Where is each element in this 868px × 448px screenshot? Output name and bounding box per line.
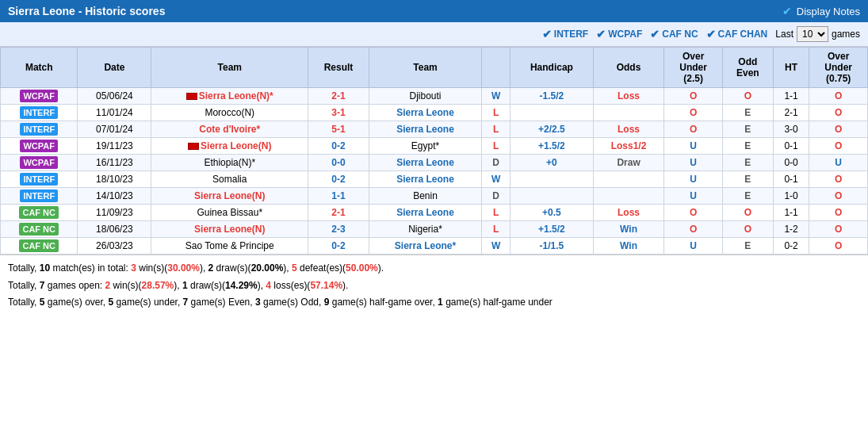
cell-ht: 2-1 (773, 105, 809, 121)
cell-odds: Loss (593, 121, 664, 138)
cell-result: 0-2 (308, 171, 369, 188)
cell-wdl: L (482, 121, 510, 138)
col-odds: Odds (593, 48, 664, 88)
cell-oe: O (722, 205, 773, 221)
match-type-badge: CAF NC (19, 206, 59, 219)
display-notes-label: Display Notes (797, 6, 860, 17)
last-games-select[interactable]: 10 5 15 20 (797, 26, 828, 42)
cell-ht: 1-2 (773, 221, 809, 238)
cell-ou075: O (809, 238, 868, 255)
cell-handicap: -1/1.5 (510, 238, 594, 255)
col-oe: OddEven (722, 48, 773, 88)
match-type-badge: INTERF (20, 106, 58, 119)
cell-team1: Somalia (151, 171, 308, 188)
games-label: games (832, 29, 860, 40)
cell-ou075: O (809, 221, 868, 238)
cell-team1: Guinea Bissau* (151, 205, 308, 221)
cell-ou075: O (809, 205, 868, 221)
cell-handicap: +0.5 (510, 205, 594, 221)
cell-team2: Egypt* (369, 138, 481, 155)
cell-date: 19/11/23 (78, 138, 151, 155)
page-title: Sierra Leone - Historic scores (8, 5, 165, 17)
header: Sierra Leone - Historic scores ✔ Display… (0, 0, 868, 22)
cafnc-check: ✔ (650, 28, 660, 40)
cell-date: 07/01/24 (78, 121, 151, 138)
cell-ou25: O (664, 221, 723, 238)
cell-result: 0-0 (308, 155, 369, 171)
table-row: INTERF 07/01/24 Cote d'Ivoire* 5-1 Sierr… (1, 121, 868, 138)
scores-table: Match Date Team Result Team Handicap Odd… (0, 47, 868, 255)
cell-match-type: CAF NC (1, 238, 78, 255)
cell-match-type: WCPAF (1, 155, 78, 171)
cell-ou25: U (664, 188, 723, 205)
cell-team1: Sierra Leone(N) (151, 221, 308, 238)
table-row: INTERF 18/10/23 Somalia 0-2 Sierra Leone… (1, 171, 868, 188)
cell-team1: Ethiopia(N)* (151, 155, 308, 171)
cell-handicap: -1.5/2 (510, 88, 594, 105)
wcpaf-check: ✔ (596, 28, 606, 40)
interf-check: ✔ (542, 28, 552, 40)
cell-result: 5-1 (308, 121, 369, 138)
filter-interf[interactable]: ✔ INTERF (542, 28, 588, 40)
cell-result: 0-2 (308, 138, 369, 155)
col-ou25: OverUnder(2.5) (664, 48, 723, 88)
cafchan-label: CAF CHAN (718, 29, 768, 40)
cell-handicap: +0 (510, 155, 594, 171)
col-team1: Team (151, 48, 308, 88)
cell-ou25: U (664, 171, 723, 188)
last-games-control: Last 10 5 15 20 games (775, 26, 860, 42)
cell-result: 2-1 (308, 205, 369, 221)
cell-odds (593, 105, 664, 121)
cell-ou075: O (809, 138, 868, 155)
cell-ou075: O (809, 171, 868, 188)
cell-match-type: CAF NC (1, 205, 78, 221)
col-wdl (482, 48, 510, 88)
cell-handicap: +2/2.5 (510, 121, 594, 138)
table-row: WCPAF 05/06/24 Sierra Leone(N)* 2-1 Djib… (1, 88, 868, 105)
cell-odds: Loss1/2 (593, 138, 664, 155)
cell-match-type: INTERF (1, 171, 78, 188)
cell-ou075: U (809, 155, 868, 171)
filter-caf-chan[interactable]: ✔ CAF CHAN (706, 28, 768, 40)
filter-wcpaf[interactable]: ✔ WCPAF (596, 28, 642, 40)
cell-match-type: INTERF (1, 121, 78, 138)
cell-wdl: W (482, 238, 510, 255)
cell-team1: Sao Tome & Principe (151, 238, 308, 255)
match-type-badge: WCPAF (20, 90, 58, 102)
table-row: WCPAF 16/11/23 Ethiopia(N)* 0-0 Sierra L… (1, 155, 868, 171)
match-type-badge: INTERF (20, 190, 58, 202)
cell-wdl: L (482, 221, 510, 238)
cell-oe: E (722, 188, 773, 205)
cell-team2: Benin (369, 188, 481, 205)
table-row: INTERF 11/01/24 Morocco(N) 3-1 Sierra Le… (1, 105, 868, 121)
cell-match-type: WCPAF (1, 138, 78, 155)
cell-ht: 1-1 (773, 88, 809, 105)
cell-odds: Win (593, 221, 664, 238)
cell-ht: 0-2 (773, 238, 809, 255)
cell-team2: Sierra Leone (369, 205, 481, 221)
filter-caf-nc[interactable]: ✔ CAF NC (650, 28, 698, 40)
cell-date: 18/10/23 (78, 171, 151, 188)
cell-odds (593, 171, 664, 188)
cell-oe: E (722, 138, 773, 155)
cell-odds (593, 188, 664, 205)
cell-ou075: O (809, 88, 868, 105)
table-row: CAF NC 26/03/23 Sao Tome & Principe 0-2 … (1, 238, 868, 255)
cell-odds: Loss (593, 205, 664, 221)
cell-match-type: CAF NC (1, 221, 78, 238)
cell-ou25: U (664, 155, 723, 171)
cafchan-check: ✔ (706, 28, 716, 40)
match-type-badge: CAF NC (19, 223, 59, 235)
match-type-badge: CAF NC (19, 239, 59, 252)
cell-date: 16/11/23 (78, 155, 151, 171)
cell-result: 3-1 (308, 105, 369, 121)
cell-ou25: O (664, 88, 723, 105)
cell-odds: Win (593, 238, 664, 255)
table-row: CAF NC 11/09/23 Guinea Bissau* 2-1 Sierr… (1, 205, 868, 221)
footer-line2: Totally, 7 games open: 2 win(s)(28.57%),… (8, 278, 860, 295)
table-row: WCPAF 19/11/23 Sierra Leone(N) 0-2 Egypt… (1, 138, 868, 155)
cell-odds: Loss (593, 88, 664, 105)
cell-result: 2-1 (308, 88, 369, 105)
cell-oe: E (722, 121, 773, 138)
display-notes[interactable]: ✔ Display Notes (782, 5, 860, 17)
